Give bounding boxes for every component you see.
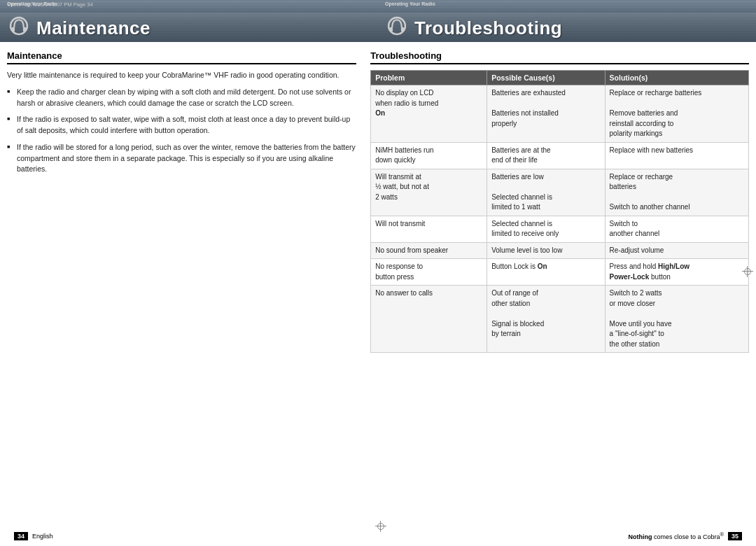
solution-cell: Replace or rechargebatteriesSwitch to an… xyxy=(605,169,748,216)
footer-right-text: Nothing comes close to a Cobra® xyxy=(628,531,724,540)
content-area: Maintenance Very little maintenance is r… xyxy=(0,42,756,358)
table-row: No response tobutton pressButton Lock is… xyxy=(371,259,749,286)
headphone-icon-left xyxy=(7,14,31,39)
troubleshooting-panel: Troubleshooting Problem Possible Cause(s… xyxy=(370,50,749,353)
cause-cell: Batteries are exhaustedBatteries not ins… xyxy=(487,85,605,143)
col-cause: Possible Cause(s) xyxy=(487,71,605,85)
solution-cell: Switch toanother channel xyxy=(605,216,748,242)
problem-cell: Will transmit at½ watt, but not at2 watt… xyxy=(371,169,487,216)
problem-cell: No sound from speaker xyxy=(371,242,487,259)
right-header-title: Troubleshooting xyxy=(414,18,562,39)
col-solution: Solution(s) xyxy=(605,71,748,85)
problem-cell: No response tobutton press xyxy=(371,259,487,286)
svg-rect-1 xyxy=(12,27,15,32)
maintenance-title: Maintenance xyxy=(7,50,356,64)
table-row: Will transmit at½ watt, but not at2 watt… xyxy=(371,169,749,216)
bullet-2: If the radio is exposed to salt water, w… xyxy=(7,114,356,136)
troubleshooting-title: Troubleshooting xyxy=(370,50,749,64)
problem-cell: No display on LCDwhen radio is turnedOn xyxy=(371,85,487,143)
headphone-icon-right xyxy=(385,14,409,39)
cause-cell: Volume level is too low xyxy=(487,242,605,259)
svg-rect-5 xyxy=(401,27,404,32)
page-number-right: 35 xyxy=(728,532,742,540)
solution-cell: Re-adjust volume xyxy=(605,242,748,259)
footer-suffix: comes close to a Cobra xyxy=(652,533,720,540)
bullet-1: Keep the radio and charger clean by wipi… xyxy=(7,87,356,109)
svg-rect-4 xyxy=(390,27,393,32)
footer-nothing: Nothing xyxy=(628,533,652,540)
crosshair-right xyxy=(742,266,753,277)
problem-cell: NiMH batteries rundown quickly xyxy=(371,142,487,169)
footer: 34 English Nothing comes close to a Cobr… xyxy=(0,531,756,540)
problem-cell: Will not transmit xyxy=(371,216,487,242)
page-number-left: 34 xyxy=(14,532,28,540)
col-problem: Problem xyxy=(371,71,487,85)
footer-left-label: English xyxy=(32,533,53,540)
solution-cell: Replace or recharge batteriesRemove batt… xyxy=(605,85,748,143)
cause-cell: Batteries are lowSelected channel islimi… xyxy=(487,169,605,216)
maintenance-intro: Very little maintenance is required to k… xyxy=(7,70,356,81)
maintenance-panel: Maintenance Very little maintenance is r… xyxy=(7,50,356,353)
table-row: Will not transmitSelected channel islimi… xyxy=(371,216,749,242)
cause-cell: Button Lock is On xyxy=(487,259,605,286)
table-row: No answer to callsOut of range ofother s… xyxy=(371,286,749,353)
right-header-label: Operating Your Radio xyxy=(385,1,435,6)
table-row: No sound from speakerVolume level is too… xyxy=(371,242,749,259)
table-row: No display on LCDwhen radio is turnedOnB… xyxy=(371,85,749,143)
table-row: NiMH batteries rundown quicklyBatteries … xyxy=(371,142,749,169)
crosshair-bottom xyxy=(375,521,386,532)
cause-cell: Selected channel islimited to receive on… xyxy=(487,216,605,242)
footer-trademark: ® xyxy=(720,531,724,538)
svg-rect-2 xyxy=(23,27,26,32)
solution-cell: Press and hold High/LowPower-Lock button xyxy=(605,259,748,286)
solution-cell: Replace with new batteries xyxy=(605,142,748,169)
troubleshooting-table: Problem Possible Cause(s) Solution(s) No… xyxy=(370,70,749,353)
footer-left: 34 English xyxy=(14,531,53,540)
header: Maintenance Operating Your Radio Trouble… xyxy=(0,0,756,42)
left-header-title: Maintenance xyxy=(36,18,150,39)
solution-cell: Switch to 2 wattsor move closerMove unti… xyxy=(605,286,748,353)
bullet-3: If the radio will be stored for a long p… xyxy=(7,142,356,175)
header-right: Troubleshooting Operating Your Radio xyxy=(378,0,756,42)
cause-cell: Out of range ofother stationSignal is bl… xyxy=(487,286,605,353)
file-info: 100VP-BR 6/23/04 3:07 PM Page 34 xyxy=(7,1,93,8)
problem-cell: No answer to calls xyxy=(371,286,487,353)
footer-right: Nothing comes close to a Cobra® 35 xyxy=(628,531,742,540)
cause-cell: Batteries are at theend of their life xyxy=(487,142,605,169)
maintenance-bullets: Keep the radio and charger clean by wipi… xyxy=(7,87,356,175)
